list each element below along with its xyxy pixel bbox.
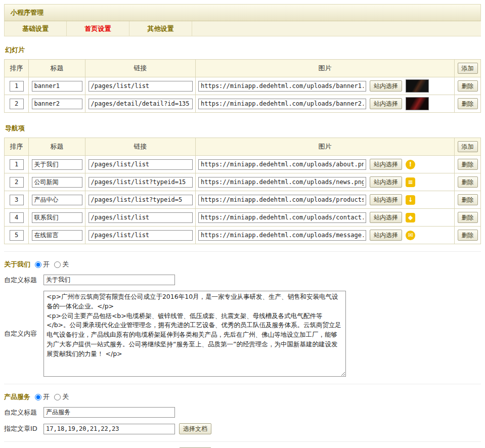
info-circle-icon: ! bbox=[406, 160, 415, 169]
delete-button[interactable]: 删除 bbox=[458, 194, 478, 205]
delete-button[interactable]: 删除 bbox=[458, 176, 478, 188]
link-input[interactable] bbox=[89, 195, 193, 205]
article-id-input[interactable] bbox=[43, 424, 175, 434]
banner1-thumbnail bbox=[406, 79, 429, 93]
products-heading: 产品服务 bbox=[4, 392, 30, 401]
title-input[interactable] bbox=[32, 195, 82, 205]
products-title-row: 自定义标题 bbox=[4, 407, 481, 418]
column-header-title: 标题 bbox=[29, 60, 85, 77]
delete-button[interactable]: 删除 bbox=[458, 98, 478, 109]
on-label: 开 bbox=[43, 260, 50, 269]
about-section-header: 关于我们 开 关 bbox=[4, 260, 481, 269]
site-select-button[interactable]: 站内选择 bbox=[370, 80, 402, 92]
section-divider bbox=[4, 441, 481, 442]
link-input[interactable] bbox=[89, 212, 193, 223]
site-select-button[interactable]: 站内选择 bbox=[370, 98, 402, 109]
site-select-button[interactable]: 站内选择 bbox=[370, 194, 402, 205]
order-input[interactable] bbox=[10, 230, 24, 241]
table-row: 站内选择 ≡ 删除 bbox=[5, 173, 481, 191]
title-input[interactable] bbox=[32, 159, 82, 170]
image-url-input[interactable] bbox=[198, 230, 366, 241]
table-row: 站内选择 ! 删除 bbox=[5, 156, 481, 173]
title-input[interactable] bbox=[32, 99, 82, 109]
add-button[interactable]: 添加 bbox=[458, 141, 478, 152]
image-url-input[interactable] bbox=[198, 159, 366, 170]
order-input[interactable] bbox=[10, 177, 24, 188]
link-input[interactable] bbox=[89, 81, 193, 92]
site-select-button[interactable]: 站内选择 bbox=[370, 159, 402, 170]
nav-heading: 导航项 bbox=[5, 124, 25, 133]
title-input[interactable] bbox=[32, 212, 82, 223]
column-header-link: 链接 bbox=[85, 60, 196, 77]
nav-header-row: 排序 标题 链接 图片 添加 bbox=[5, 138, 481, 156]
message-icon: ✉ bbox=[406, 231, 415, 240]
add-button[interactable]: 添加 bbox=[458, 63, 478, 74]
image-url-input[interactable] bbox=[198, 177, 366, 188]
column-header-order: 排序 bbox=[5, 60, 29, 77]
page-title: 小程序管理 bbox=[11, 8, 43, 17]
list-icon: ≡ bbox=[406, 177, 415, 187]
delete-button[interactable]: 删除 bbox=[458, 230, 478, 241]
column-header-title: 标题 bbox=[29, 138, 85, 156]
products-title-label: 自定义标题 bbox=[4, 408, 43, 417]
column-header-link: 链接 bbox=[85, 138, 196, 156]
column-header-order: 排序 bbox=[5, 138, 29, 156]
products-off-radio[interactable] bbox=[54, 394, 61, 400]
table-row: 站内选择 ✉ 删除 bbox=[5, 227, 481, 244]
table-row: 站内选择 ↓ 删除 bbox=[5, 191, 481, 209]
about-content-textarea[interactable]: <p>广州市云筑商贸有限责任公司成立于2016年10月，是一家专业从事研发、生产… bbox=[43, 291, 346, 377]
download-icon: ↓ bbox=[406, 195, 415, 205]
about-on-option[interactable]: 开 bbox=[35, 260, 50, 269]
order-input[interactable] bbox=[10, 195, 24, 205]
image-url-input[interactable] bbox=[198, 212, 366, 223]
products-on-option[interactable]: 开 bbox=[35, 392, 50, 401]
products-title-input[interactable] bbox=[43, 407, 175, 418]
order-input[interactable] bbox=[10, 81, 24, 92]
title-input[interactable] bbox=[32, 177, 82, 188]
delete-button[interactable]: 删除 bbox=[458, 159, 478, 170]
slideshow-heading: 幻灯片 bbox=[5, 46, 25, 55]
tab-other-settings[interactable]: 其他设置 bbox=[129, 21, 192, 36]
column-header-image: 图片 bbox=[196, 60, 455, 77]
tab-bar: 基础设置 首页设置 其他设置 bbox=[4, 21, 481, 36]
products-off-option[interactable]: 关 bbox=[54, 392, 69, 401]
delete-button[interactable]: 删除 bbox=[458, 80, 478, 92]
table-row: 站内选择 删除 bbox=[5, 95, 481, 113]
title-input[interactable] bbox=[32, 81, 82, 92]
image-url-input[interactable] bbox=[198, 99, 366, 109]
about-on-radio[interactable] bbox=[35, 261, 41, 268]
site-select-button[interactable]: 站内选择 bbox=[370, 230, 402, 241]
column-header-action: 添加 bbox=[455, 138, 481, 156]
link-input[interactable] bbox=[89, 99, 193, 109]
about-content-label: 自定义内容 bbox=[4, 329, 43, 338]
image-url-input[interactable] bbox=[198, 81, 366, 92]
order-input[interactable] bbox=[10, 159, 24, 170]
delete-button[interactable]: 删除 bbox=[458, 212, 478, 223]
link-input[interactable] bbox=[89, 230, 193, 241]
image-url-input[interactable] bbox=[198, 195, 366, 205]
tab-basic-settings[interactable]: 基础设置 bbox=[4, 21, 67, 36]
about-title-input[interactable] bbox=[43, 275, 175, 285]
products-on-radio[interactable] bbox=[35, 394, 41, 400]
table-row: 站内选择 删除 bbox=[5, 77, 481, 95]
link-input[interactable] bbox=[89, 159, 193, 170]
order-input[interactable] bbox=[10, 99, 24, 109]
site-select-button[interactable]: 站内选择 bbox=[370, 176, 402, 188]
link-input[interactable] bbox=[89, 177, 193, 188]
site-select-button[interactable]: 站内选择 bbox=[370, 212, 402, 223]
about-off-radio[interactable] bbox=[54, 261, 61, 268]
about-off-option[interactable]: 关 bbox=[54, 260, 69, 269]
off-label: 关 bbox=[62, 260, 69, 269]
package-icon: ◆ bbox=[406, 213, 415, 222]
slideshow-table: 排序 标题 链接 图片 添加 站内选择 删除 bbox=[4, 59, 481, 113]
tab-home-settings[interactable]: 首页设置 bbox=[67, 21, 129, 36]
page: 小程序管理 基础设置 首页设置 其他设置 幻灯片 排序 标题 链接 图片 添加 bbox=[0, 0, 485, 448]
title-input[interactable] bbox=[32, 230, 82, 241]
about-heading: 关于我们 bbox=[4, 260, 30, 269]
order-input[interactable] bbox=[10, 212, 24, 223]
products-section-header: 产品服务 开 关 bbox=[4, 392, 481, 401]
slideshow-header-row: 排序 标题 链接 图片 添加 bbox=[5, 60, 481, 77]
products-article-row: 指定文章ID 选择文档 bbox=[4, 423, 481, 434]
about-title-row: 自定义标题 bbox=[4, 275, 481, 285]
select-document-button[interactable]: 选择文档 bbox=[179, 423, 211, 434]
